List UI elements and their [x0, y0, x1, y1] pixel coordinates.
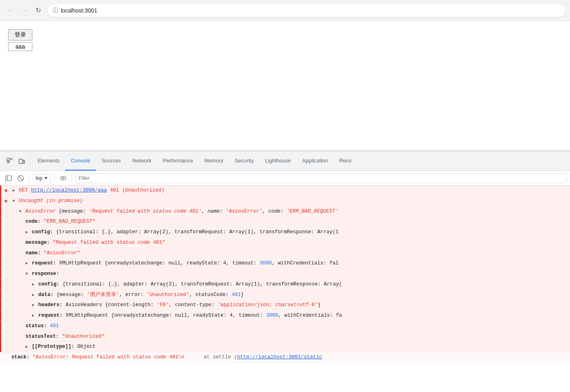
sidebar-toggle-button[interactable]	[3, 173, 14, 183]
response-request-val2: , withCredentials: fa	[278, 313, 342, 318]
request-expand[interactable]	[26, 261, 28, 266]
context-selector[interactable]: top ▼	[33, 174, 51, 182]
response-request-row: request: XMLHttpRequest {onreadystatecha…	[0, 311, 570, 321]
eye-button[interactable]	[58, 173, 68, 183]
name-val: "AxiosError"	[44, 250, 80, 256]
response-key: response:	[32, 271, 60, 277]
response-headers-expand[interactable]	[32, 303, 34, 307]
uncaught-expand[interactable]	[13, 199, 15, 203]
name-key: name:	[26, 250, 44, 256]
response-request-key: request:	[38, 313, 66, 318]
svg-rect-0	[7, 158, 9, 161]
uncaught-text: Uncaught (in promise)	[19, 198, 83, 204]
device-toggle-button[interactable]	[16, 156, 28, 167]
axios-config-row: config: {transitional: {…}, adapter: Arr…	[0, 227, 570, 238]
response-data-expand[interactable]	[32, 293, 34, 297]
response-headers-sep: , content-type:	[169, 302, 217, 308]
response-headers-val: AxiosHeaders {content-length:	[66, 302, 157, 308]
config-key: config:	[32, 229, 56, 235]
request-val: XMLHttpRequest {onreadystatechange: null…	[59, 260, 259, 266]
response-data-row: data: {message: '用户未登录', error: 'Unautho…	[0, 290, 570, 300]
devtools-icon-buttons	[2, 151, 30, 170]
axios-error-expand[interactable]	[19, 209, 21, 214]
console-entry-uncaught: ✖ Uncaught (in promise)	[0, 196, 570, 207]
prototype-expand[interactable]	[26, 345, 28, 349]
svg-rect-7	[6, 176, 11, 181]
message-val: "Request failed with status code 401"	[53, 240, 166, 245]
status-key: status:	[26, 323, 50, 329]
code-key: code:	[26, 219, 44, 224]
axios-status-row: status: 401	[0, 321, 570, 332]
prototype-val: Object	[77, 344, 96, 349]
inspect-element-button[interactable]	[4, 156, 15, 167]
tab-console[interactable]: Console	[65, 151, 96, 170]
filter-input[interactable]	[75, 173, 567, 183]
message-key: message:	[26, 240, 53, 245]
response-data-close: }	[241, 292, 244, 298]
clear-console-button[interactable]	[15, 173, 26, 183]
code-val: "ERR_BAD_REQUEST"	[44, 219, 96, 224]
stack-key: stack:	[11, 354, 33, 360]
address-bar[interactable]: ⓘ localhost:3001	[48, 4, 565, 17]
get-error-expand[interactable]	[13, 188, 15, 193]
response-data-msg: '用户未登录'	[87, 292, 119, 298]
console-entry-get-error: ✖ GET http://localhost:3000/aaa 401 (Una…	[0, 185, 570, 196]
axios-request-row: request: XMLHttpRequest {onreadystatecha…	[0, 258, 570, 269]
response-request-val: XMLHttpRequest {onreadystatechange: null…	[66, 313, 266, 318]
prototype-key: [[Prototype]]:	[32, 344, 78, 349]
response-config-expand[interactable]	[32, 282, 34, 287]
response-config-val: {transitional: {…}, adapter: Array(2), t…	[63, 281, 342, 287]
tab-reco[interactable]: Reco	[334, 151, 357, 170]
get-error-url[interactable]: http://localhost:3000/aaa	[31, 187, 107, 193]
forward-button[interactable]: →	[19, 5, 30, 16]
axios-prototype-row: [[Prototype]]: Object	[0, 342, 570, 352]
error-icon-2: ✖	[4, 198, 8, 206]
login-button[interactable]: 登录	[8, 29, 32, 40]
axios-error-open: {	[59, 209, 62, 214]
axios-error-message-val: 'Request failed with status code 401'	[89, 209, 202, 214]
page-content: 登录 aaa	[0, 21, 570, 151]
svg-rect-6	[23, 160, 25, 163]
response-data-open: {message:	[57, 292, 87, 298]
console-output[interactable]: ✖ GET http://localhost:3000/aaa 401 (Una…	[0, 185, 570, 392]
response-headers-key: headers:	[38, 302, 66, 308]
tab-lighthouse[interactable]: Lighthouse	[259, 151, 297, 170]
info-icon: ⓘ	[53, 7, 58, 14]
user-label: aaa	[8, 42, 32, 51]
response-data-sep2: , statusCode:	[189, 292, 232, 298]
console-toolbar: top ▼	[0, 171, 570, 185]
tab-application[interactable]: Application	[296, 151, 334, 170]
request-val2: , withCredentials: fal	[272, 260, 338, 266]
reload-button[interactable]: ↻	[32, 5, 44, 16]
axios-name-key: name:	[208, 209, 226, 214]
response-expand[interactable]	[26, 272, 28, 276]
tab-memory[interactable]: Memory	[199, 151, 229, 170]
tab-network[interactable]: Network	[127, 151, 157, 170]
statustext-key: statusText:	[26, 334, 62, 339]
svg-point-11	[60, 176, 66, 180]
tab-elements[interactable]: Elements	[32, 151, 65, 170]
toolbar-separator-2	[54, 174, 55, 182]
back-button[interactable]: ←	[5, 5, 16, 16]
response-headers-close: }	[318, 302, 321, 308]
config-expand[interactable]	[26, 230, 28, 234]
axios-code-row: code: "ERR_BAD_REQUEST"	[0, 217, 570, 227]
statustext-val: "Unauthorized"	[62, 334, 104, 339]
response-config-key: config:	[38, 281, 63, 287]
axios-response-row: response:	[0, 269, 570, 279]
tab-performance[interactable]: Performance	[157, 151, 198, 170]
toolbar-separator	[29, 174, 30, 182]
devtools-tab-bar: Elements Console Sources Network Perform…	[0, 151, 570, 171]
svg-point-12	[62, 177, 64, 179]
stack-val: "AxiosError: Request failed with status …	[33, 354, 185, 360]
stack-link[interactable]: http://localhost:3001/static	[237, 354, 322, 360]
axios-code-key2: code:	[268, 209, 287, 214]
stack-at: at settle (	[201, 354, 237, 360]
response-data-code: 401	[232, 292, 241, 298]
axios-comma2: ,	[262, 209, 268, 214]
response-headers-row: headers: AxiosHeaders {content-length: '…	[0, 300, 570, 311]
tab-sources[interactable]: Sources	[96, 151, 127, 170]
response-request-expand[interactable]	[32, 313, 34, 318]
request-timeout: 3000	[259, 260, 272, 266]
tab-security[interactable]: Security	[229, 151, 259, 170]
